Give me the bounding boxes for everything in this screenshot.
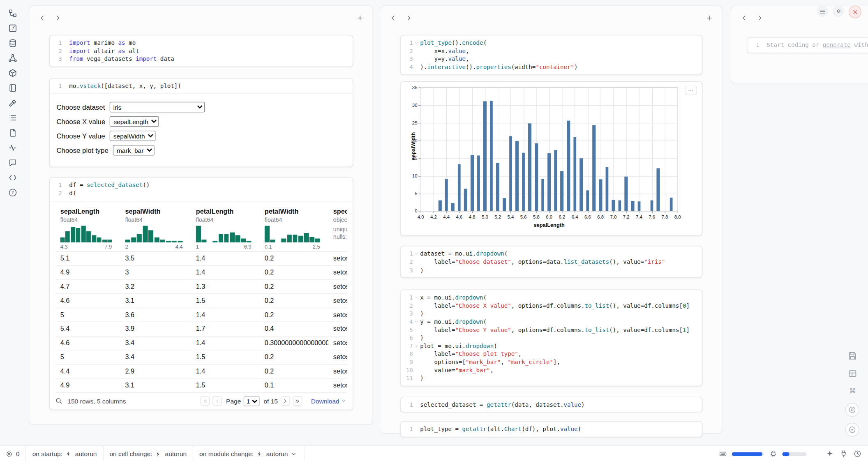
- table-cell: 1.4: [191, 336, 260, 350]
- command-icon[interactable]: ⌘: [846, 385, 858, 396]
- code-cell-selected-dataset[interactable]: 1selected_dataset = getattr(data, datase…: [400, 396, 702, 413]
- run-mode-3[interactable]: on module change:autorun: [193, 446, 305, 461]
- first-page-button[interactable]: [201, 396, 210, 406]
- altair-chart[interactable]: 4.04.24.44.64.85.05.25.45.65.86.06.26.46…: [400, 82, 702, 236]
- bar: [445, 179, 448, 211]
- run-mode-label: on cell change:: [109, 450, 152, 457]
- table-cell: 2.9: [120, 364, 191, 378]
- help-icon[interactable]: ?: [8, 188, 18, 197]
- play-circle-icon[interactable]: [845, 423, 859, 437]
- gear-icon[interactable]: ⚙: [833, 5, 844, 17]
- run-mode-1[interactable]: on startup:autorun: [26, 446, 104, 461]
- add-cell-button[interactable]: [704, 12, 715, 23]
- code-cell-dataset[interactable]: 1dataset = mo.ui.dropdown(2 label="Choos…: [400, 246, 702, 278]
- layout-icon[interactable]: [846, 367, 858, 379]
- line-number: 2: [403, 47, 413, 55]
- run-mode-2[interactable]: on cell change:autorun: [104, 446, 194, 461]
- bar: [580, 158, 583, 211]
- activity-icon[interactable]: [8, 143, 18, 152]
- code-cell-xy-plot-dropdowns[interactable]: 1x = mo.ui.dropdown(2 label="Choose X va…: [400, 290, 702, 386]
- graph-icon[interactable]: [8, 53, 18, 62]
- function-icon[interactable]: f: [8, 23, 18, 33]
- table-cell: 3.2: [120, 280, 191, 293]
- table-cell: setosa: [328, 378, 347, 392]
- book-icon[interactable]: [8, 83, 18, 92]
- code-cell-plot-type[interactable]: 1plot_type = getattr(alt.Chart(df), plot…: [400, 421, 702, 437]
- chevron-right-icon[interactable]: [403, 12, 414, 23]
- chevron-left-icon[interactable]: [37, 12, 48, 23]
- marimo-app: f? 1import marimo as mo2import altair as…: [0, 0, 868, 461]
- generate-link[interactable]: generate: [823, 41, 851, 48]
- x-value-select[interactable]: sepalLength: [110, 116, 159, 127]
- code-editor[interactable]: 1plot_type().encode(2 x=x.value,3 y=y.va…: [401, 35, 702, 74]
- chevron-right-icon[interactable]: [52, 12, 63, 23]
- code-editor[interactable]: 1 Start coding or generate with: [747, 38, 868, 53]
- page-select[interactable]: 1: [244, 396, 260, 406]
- empty-code-cell[interactable]: 1 Start coding or generate with: [747, 37, 868, 53]
- table-cell: 4.9: [55, 378, 120, 392]
- stop-circle-icon[interactable]: [845, 403, 859, 417]
- line-number: 2: [52, 47, 62, 55]
- y-tick-label: 25: [405, 120, 418, 125]
- chevron-right-icon[interactable]: [754, 12, 765, 23]
- table-cell: 5.4: [55, 322, 120, 336]
- code-cell-imports[interactable]: 1import marimo as mo2import altair as al…: [49, 35, 353, 67]
- keyboard-icon[interactable]: [718, 449, 727, 458]
- table-row: 4.93.11.50.1setosa: [55, 378, 347, 392]
- table-cell: 3.4: [120, 350, 191, 364]
- menu-icon[interactable]: [817, 5, 828, 17]
- chat-icon[interactable]: [8, 158, 18, 167]
- table-cell: 3.5: [120, 251, 191, 265]
- database-icon[interactable]: [8, 38, 18, 48]
- column-2-header: [380, 6, 722, 30]
- sparkle-icon[interactable]: [825, 449, 833, 458]
- file-tree-icon[interactable]: [8, 8, 18, 18]
- hammer-icon[interactable]: [8, 98, 18, 107]
- prev-page-button[interactable]: [213, 396, 222, 406]
- download-button[interactable]: Download: [311, 398, 346, 404]
- code-editor[interactable]: 1plot_type = getattr(alt.Chart(df), plot…: [401, 422, 702, 437]
- table-row: 4.63.41.40.30000000000000004setosa: [55, 336, 347, 350]
- code-editor[interactable]: 1mo.vstack([dataset, x, y, plot]): [50, 78, 353, 93]
- code-editor[interactable]: 1selected_dataset = getattr(data, datase…: [401, 397, 702, 412]
- close-icon[interactable]: [849, 5, 861, 18]
- code-editor[interactable]: 1x = mo.ui.dropdown(2 label="Choose X va…: [401, 290, 702, 385]
- code-editor[interactable]: 1import marimo as mo2import altair as al…: [50, 35, 353, 66]
- svg-text:⌘: ⌘: [849, 387, 856, 394]
- last-page-button[interactable]: [293, 396, 302, 406]
- bar: [612, 200, 615, 211]
- add-cell-button[interactable]: [354, 12, 365, 23]
- search-icon[interactable]: [55, 397, 63, 405]
- line-number: 1: [52, 39, 62, 47]
- save-icon[interactable]: [846, 350, 858, 361]
- table-row: 4.931.40.2setosa: [55, 266, 347, 280]
- plot-type-select[interactable]: mark_bar: [113, 145, 155, 156]
- chevron-left-icon[interactable]: [388, 12, 399, 23]
- code-editor[interactable]: 1dataset = mo.ui.dropdown(2 label="Choos…: [401, 247, 702, 277]
- list-icon[interactable]: [8, 113, 18, 122]
- code-editor[interactable]: 1df = selected_dataset()2df: [50, 178, 353, 201]
- fold-icon: [413, 250, 420, 258]
- clock-icon[interactable]: [853, 449, 861, 458]
- control-row: Choose plot typemark_bar: [56, 145, 346, 156]
- dataset-select[interactable]: iris: [109, 102, 205, 113]
- chart-actions-button[interactable]: [685, 86, 697, 95]
- document-icon[interactable]: [8, 128, 18, 137]
- line-number: 9: [403, 358, 413, 366]
- chevron-left-icon[interactable]: [739, 12, 750, 23]
- next-page-button[interactable]: [281, 396, 290, 406]
- brackets-icon[interactable]: [8, 173, 18, 182]
- table-cell: 4.9: [55, 266, 120, 279]
- code-cell-dataframe[interactable]: 1df = selected_dataset()2df sepalLengthf…: [49, 177, 353, 410]
- package-icon[interactable]: [8, 68, 18, 78]
- code-cell-vstack[interactable]: 1mo.vstack([dataset, x, y, plot]) Choose…: [49, 78, 353, 168]
- plug-icon[interactable]: [839, 449, 847, 458]
- table-cell: 0.1: [260, 378, 328, 392]
- line-number: 1: [403, 293, 413, 302]
- errors-indicator[interactable]: 0: [0, 446, 26, 461]
- code-cell-plot[interactable]: 1plot_type().encode(2 x=x.value,3 y=y.va…: [400, 35, 702, 75]
- bar: [515, 141, 518, 211]
- chevron-down-icon: [341, 398, 346, 404]
- dataset-label: Choose dataset: [56, 104, 105, 111]
- y-value-select[interactable]: sepalWidth: [109, 131, 155, 141]
